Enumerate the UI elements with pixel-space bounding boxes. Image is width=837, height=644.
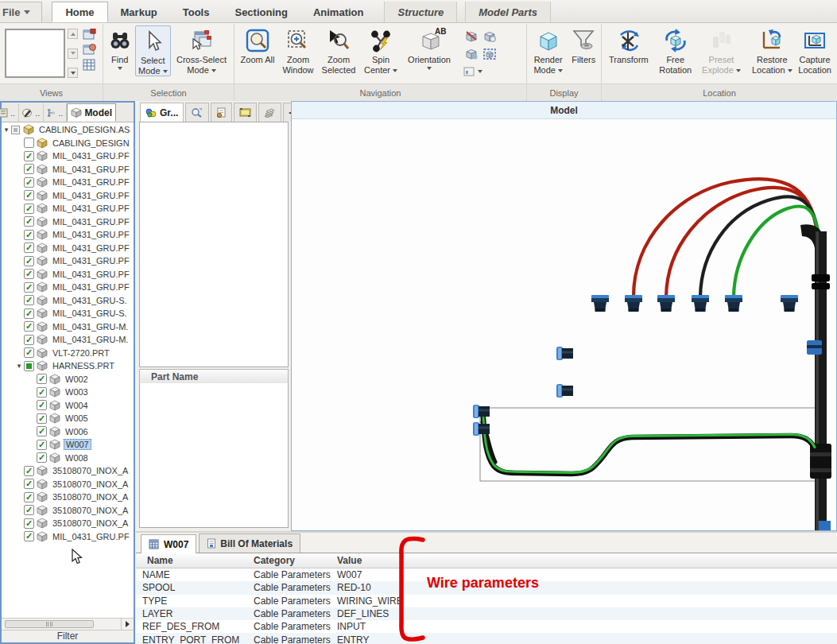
tree-item-label[interactable]: MIL_0431_GRU.PF — [51, 270, 131, 279]
groups-list[interactable] — [139, 122, 289, 367]
visibility-checkbox[interactable]: ✓ — [37, 413, 47, 424]
visibility-checkbox[interactable]: ✓ — [37, 387, 47, 398]
tree-item[interactable]: ✓MIL_0431_GRU-S. — [2, 294, 134, 308]
visibility-checkbox[interactable]: ✓ — [24, 492, 34, 502]
side-connector[interactable] — [556, 384, 573, 398]
tree-item[interactable]: ▾CABLING_DESIGN.AS — [2, 123, 134, 137]
tree-item-label[interactable]: MIL_0431_GRU.PF — [51, 256, 131, 266]
side-connector[interactable] — [556, 347, 573, 360]
tree-item[interactable]: ✓W003 — [2, 386, 134, 399]
tree-item[interactable]: ✓W005 — [2, 412, 134, 425]
wire-black[interactable] — [700, 196, 818, 297]
visibility-checkbox[interactable]: ✓ — [24, 282, 34, 293]
visibility-checkbox[interactable]: ✓ — [24, 321, 34, 332]
tree-item[interactable]: ✓W008 — [2, 452, 134, 465]
terminal-connector[interactable] — [692, 295, 709, 312]
cross-select-mode-button[interactable]: Cross-Select Mode — [171, 25, 232, 75]
visibility-checkbox[interactable]: ✓ — [24, 505, 34, 515]
expand-arrow[interactable]: ▾ — [14, 362, 24, 370]
tab-model[interactable]: Model — [67, 103, 116, 122]
transform-button[interactable]: Transform — [603, 25, 654, 65]
tree-item[interactable]: ✓MIL_0431_GRU.PF — [2, 281, 134, 294]
tab-model-parts[interactable]: Model Parts — [465, 2, 551, 22]
scroll-right-button[interactable] — [121, 619, 134, 630]
tree-item-label[interactable]: W004 — [64, 401, 90, 410]
view-grid-icon[interactable] — [83, 59, 96, 71]
tree-item[interactable]: ✓MIL_0431_GRU.PF — [2, 202, 134, 215]
tree-item-label[interactable]: 35108070_INOX_A — [51, 506, 130, 515]
tree-horizontal-scrollbar[interactable] — [2, 618, 134, 630]
tree-item-label[interactable]: W006 — [64, 427, 90, 436]
visibility-checkbox[interactable]: ✓ — [37, 426, 47, 436]
column-header-category[interactable]: Category — [254, 555, 337, 566]
tab-markups[interactable]: .. — [19, 103, 44, 122]
visibility-checkbox[interactable]: ✓ — [24, 479, 34, 489]
tab-w007[interactable]: W007 — [141, 534, 196, 553]
tree-item[interactable]: ✓W002 — [2, 373, 134, 386]
tree-item[interactable]: ✓W006 — [2, 425, 134, 439]
tree-item[interactable]: ✓MIL_0431_GRU.PF — [2, 176, 134, 189]
zoom-window-button[interactable]: Zoom Window — [279, 25, 317, 75]
tree-item-label[interactable]: MIL_0431_GRU.PF — [51, 177, 131, 187]
tab-home[interactable]: Home — [52, 2, 107, 22]
tab-annotations[interactable]: .. — [0, 103, 19, 122]
select-mode-button[interactable]: Select Mode — [135, 25, 171, 76]
tree-item-label[interactable]: 35108070_INOX_A — [51, 518, 130, 528]
tree-item-label[interactable]: MIL_0431_GRU.PF — [51, 532, 131, 541]
model-canvas[interactable] — [292, 120, 836, 530]
wire-red-2[interactable] — [666, 188, 817, 297]
tree-item-label[interactable]: 35108070_INOX_A — [51, 466, 130, 475]
tree-item-label[interactable]: MIL_0431_GRU-S. — [51, 296, 129, 305]
visibility-checkbox[interactable]: ✓ — [24, 151, 34, 161]
visibility-checkbox[interactable]: ✓ — [24, 216, 34, 227]
tree-item[interactable]: ✓MIL_0431_GRU-S. — [2, 307, 134, 320]
scrollbar-thumb[interactable] — [5, 620, 94, 628]
visibility-checkbox[interactable]: ✓ — [24, 531, 34, 541]
visibility-checkbox[interactable]: ✓ — [24, 204, 34, 214]
terminal-connector[interactable] — [657, 295, 675, 312]
view-gallery-dropdown[interactable] — [68, 68, 78, 78]
tree-item[interactable]: ✓MIL_0431_GRU.PF — [2, 215, 134, 229]
tree-item[interactable]: ✓35108070_INOX_A — [2, 491, 134, 504]
tree-item[interactable]: ✓VLT-2720.PRT — [2, 347, 134, 360]
part-name-list[interactable] — [139, 383, 289, 528]
tree-item[interactable]: ✓MIL_0431_GRU-M. — [2, 320, 134, 334]
zoom-all-button[interactable]: Zoom All — [236, 25, 279, 65]
tree-item-label[interactable]: MIL_0431_GRU-M. — [51, 335, 130, 344]
terminal-connector[interactable] — [725, 295, 742, 312]
tree-item[interactable]: ▾HARNESS.PRT — [2, 359, 134, 373]
tree-item[interactable]: ✓MIL_0431_GRU.PF — [2, 189, 134, 203]
tree-item[interactable]: ✓MIL_0431_GRU.PF — [2, 530, 134, 544]
tree-item[interactable]: ✓MIL_0431_GRU.PF — [2, 163, 134, 177]
tree-item-label[interactable]: HARNESS.PRT — [51, 361, 116, 370]
visibility-checkbox[interactable]: ✓ — [24, 308, 34, 319]
tab-markup[interactable]: Markup — [108, 2, 170, 22]
tree-item-label[interactable]: MIL_0431_GRU.PF — [51, 151, 131, 161]
tab-find[interactable] — [185, 103, 209, 122]
find-button[interactable]: Find — [105, 25, 135, 70]
main-cable-bundle[interactable] — [800, 224, 831, 530]
tree-item-label[interactable]: 35108070_INOX_A — [51, 492, 130, 502]
tree-item-label[interactable]: W005 — [64, 413, 90, 423]
show-selected-button[interactable] — [482, 29, 498, 44]
tree-item[interactable]: CABLING_DESIGN — [2, 137, 134, 150]
tree-item[interactable]: ✓W007 — [2, 438, 134, 452]
view-next-button[interactable] — [68, 48, 78, 59]
tree-item[interactable]: ✓MIL_0431_GRU-M. — [2, 333, 134, 347]
filter-bar[interactable]: Filter — [2, 630, 134, 642]
tree-item-label[interactable]: W002 — [64, 374, 90, 384]
hide-others-button[interactable] — [463, 46, 479, 61]
column-header-name[interactable]: Name — [136, 555, 254, 566]
view-prev-button[interactable] — [68, 29, 78, 39]
tree-item[interactable]: ✓35108070_INOX_A — [2, 504, 134, 518]
wire-green[interactable] — [734, 206, 819, 297]
tree-item-label[interactable]: MIL_0431_GRU.PF — [51, 191, 131, 200]
capture-location-button[interactable]: Capture Location — [794, 25, 835, 75]
tree-item[interactable]: ✓MIL_0431_GRU.PF — [2, 228, 134, 242]
visibility-checkbox[interactable]: ✓ — [24, 230, 34, 240]
side-connector[interactable] — [473, 405, 490, 418]
visibility-checkbox[interactable]: ✓ — [24, 335, 34, 345]
tree-item-label[interactable]: MIL_0431_GRU.PF — [51, 204, 131, 213]
tree-item-label[interactable]: MIL_0431_GRU.PF — [51, 282, 131, 292]
tree-item[interactable]: ✓W004 — [2, 399, 134, 413]
